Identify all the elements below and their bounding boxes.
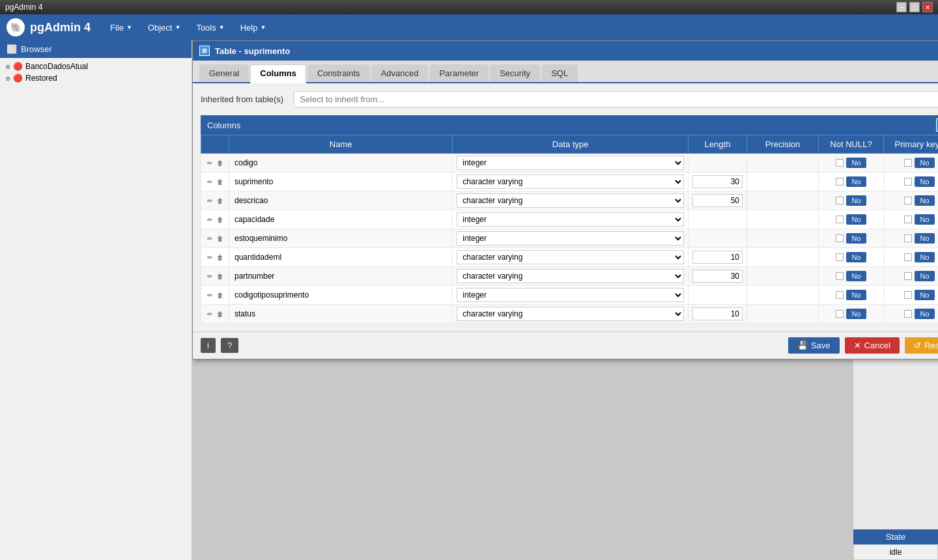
maximize-button[interactable]: □ [909,2,920,12]
length-input[interactable] [692,175,743,188]
delete-icon[interactable]: 🗑 [216,196,225,205]
row-notnull[interactable]: No [819,154,884,173]
notnull-btn[interactable]: No [846,176,866,187]
row-notnull[interactable]: No [819,210,884,229]
row-primarykey[interactable]: No [884,210,939,229]
row-length[interactable] [689,191,747,210]
pk-checkbox[interactable] [904,159,912,167]
row-datatype[interactable]: integercharacter varyingtextbooleannumer… [453,154,689,173]
pk-btn[interactable]: No [915,176,934,187]
row-primarykey[interactable]: No [884,154,939,173]
row-datatype[interactable]: integercharacter varyingtextbooleannumer… [453,248,689,267]
notnull-checkbox[interactable] [836,216,844,223]
sidebar-item-bancododosatual[interactable]: ⊕ 🔴 BancoDadosAtual [3,61,189,72]
row-datatype[interactable]: integercharacter varyingtextbooleannumer… [453,173,689,191]
row-datatype[interactable]: integercharacter varyingtextbooleannumer… [453,210,689,229]
datatype-select[interactable]: integercharacter varyingtextbooleannumer… [457,231,684,245]
length-input[interactable] [692,251,743,264]
notnull-checkbox[interactable] [836,310,844,318]
edit-icon[interactable]: ✏ [205,196,214,205]
pk-checkbox[interactable] [904,197,912,204]
pk-checkbox[interactable] [904,234,912,242]
row-datatype[interactable]: integercharacter varyingtextbooleannumer… [453,286,689,305]
row-primarykey[interactable]: No [884,267,939,286]
row-datatype[interactable]: integercharacter varyingtextbooleannumer… [453,267,689,286]
notnull-btn[interactable]: No [846,252,866,262]
pk-checkbox[interactable] [904,310,912,318]
delete-icon[interactable]: 🗑 [216,215,225,224]
datatype-select[interactable]: integercharacter varyingtextbooleannumer… [457,175,684,189]
length-input[interactable] [692,270,743,283]
info-button[interactable]: i [201,338,216,353]
pk-btn[interactable]: No [915,214,934,225]
pk-btn[interactable]: No [915,309,934,319]
notnull-btn[interactable]: No [846,290,866,300]
row-length[interactable] [689,229,747,248]
notnull-checkbox[interactable] [836,291,844,299]
notnull-btn[interactable]: No [846,233,866,244]
row-length[interactable] [689,267,747,286]
row-notnull[interactable]: No [819,305,884,324]
row-notnull[interactable]: No [819,267,884,286]
delete-icon[interactable]: 🗑 [216,177,225,186]
notnull-checkbox[interactable] [836,253,844,261]
notnull-btn[interactable]: No [846,195,866,206]
tools-menu[interactable]: Tools ▼ [190,20,231,35]
pk-btn[interactable]: No [915,233,934,244]
pk-checkbox[interactable] [904,291,912,299]
tab-general[interactable]: General [199,64,249,82]
notnull-checkbox[interactable] [836,159,844,167]
length-input[interactable] [692,307,743,320]
close-button[interactable]: ✕ [922,2,933,12]
row-primarykey[interactable]: No [884,173,939,191]
row-primarykey[interactable]: No [884,286,939,305]
file-menu[interactable]: File ▼ [104,20,139,35]
edit-icon[interactable]: ✏ [205,234,214,243]
help-menu[interactable]: Help ▼ [234,20,273,35]
tab-security[interactable]: Security [490,64,540,82]
delete-icon[interactable]: 🗑 [216,272,225,281]
minimize-button[interactable]: ─ [896,2,907,12]
pk-checkbox[interactable] [904,178,912,186]
datatype-select[interactable]: integercharacter varyingtextbooleannumer… [457,269,684,283]
row-notnull[interactable]: No [819,286,884,305]
delete-icon[interactable]: 🗑 [216,234,225,243]
row-primarykey[interactable]: No [884,248,939,267]
row-length[interactable] [689,173,747,191]
pk-btn[interactable]: No [915,271,934,281]
edit-icon[interactable]: ✏ [205,215,214,224]
notnull-btn[interactable]: No [846,214,866,225]
edit-icon[interactable]: ✏ [205,177,214,186]
notnull-checkbox[interactable] [836,197,844,204]
datatype-select[interactable]: integercharacter varyingtextbooleannumer… [457,193,684,208]
pk-checkbox[interactable] [904,253,912,261]
pk-btn[interactable]: No [915,290,934,300]
tab-parameter[interactable]: Parameter [429,64,489,82]
row-length[interactable] [689,210,747,229]
notnull-checkbox[interactable] [836,272,844,280]
datatype-select[interactable]: integercharacter varyingtextbooleannumer… [457,307,684,321]
inherit-input[interactable] [294,91,938,107]
help-button[interactable]: ? [221,338,238,353]
reset-button[interactable]: ↺ Reset [905,337,938,354]
notnull-checkbox[interactable] [836,234,844,242]
row-primarykey[interactable]: No [884,191,939,210]
tab-constraints[interactable]: Constraints [307,64,370,82]
tab-columns[interactable]: Columns [250,64,306,83]
edit-icon[interactable]: ✏ [205,272,214,281]
pk-checkbox[interactable] [904,272,912,280]
pk-btn[interactable]: No [915,158,934,168]
datatype-select[interactable]: integercharacter varyingtextbooleannumer… [457,250,684,264]
tab-advanced[interactable]: Advanced [371,64,429,82]
notnull-btn[interactable]: No [846,271,866,281]
row-notnull[interactable]: No [819,173,884,191]
cancel-button[interactable]: ✕ Cancel [845,337,900,354]
datatype-select[interactable]: integercharacter varyingtextbooleannumer… [457,156,684,170]
sidebar-item-restored[interactable]: ⊕ 🔴 Restored [3,72,189,84]
edit-icon[interactable]: ✏ [205,309,214,318]
delete-icon[interactable]: 🗑 [216,253,225,262]
row-primarykey[interactable]: No [884,305,939,324]
notnull-btn[interactable]: No [846,158,866,168]
delete-icon[interactable]: 🗑 [216,158,225,167]
row-length[interactable] [689,248,747,267]
